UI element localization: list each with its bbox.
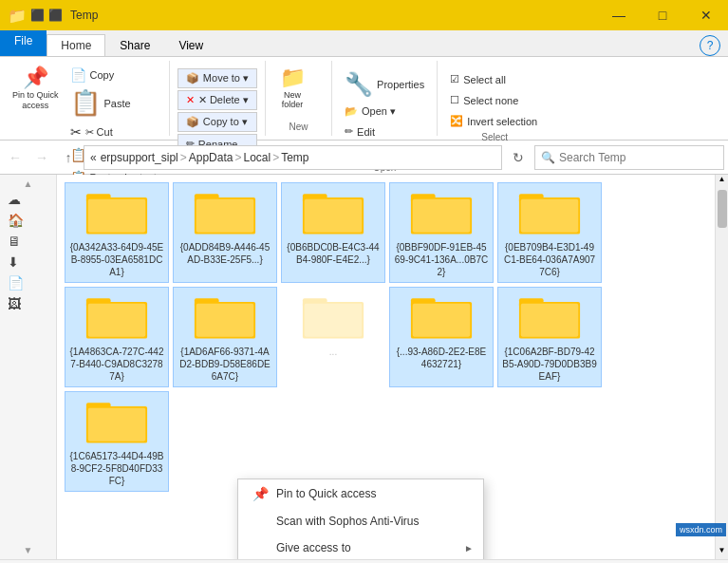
file-grid-container[interactable]: {0A342A33-64D9-45EB-8955-03EA6581DCA1} {… [57,175,715,559]
scroll-thumb[interactable] [718,190,727,228]
file-grid: {0A342A33-64D9-45EB-8955-03EA6581DCA1} {… [57,175,715,499]
search-box[interactable]: 🔍 [534,145,724,170]
maximize-button[interactable]: □ [641,0,684,30]
list-item[interactable]: {0B6BDC0B-E4C3-44B4-980F-E4E2...} [281,182,385,283]
ctx-scan[interactable]: Scan with Sophos Anti-Virus [238,508,483,535]
move-to-icon: 📦 [186,72,199,84]
edit-icon: ✏ [345,125,353,138]
invert-selection-button[interactable]: 🔀 Invert selection [445,112,542,130]
list-item[interactable]: {1AD6AF66-9371-4AD2-BDB9-D58E86DE6A7C} [173,287,277,387]
scroll-down-button[interactable]: ▼ [716,546,729,559]
properties-button[interactable]: 🔧 Properties [340,68,429,101]
file-name: {0B6BDC0B-E4C3-44B4-980F-E4E2...} [286,241,381,266]
edit-button[interactable]: ✏ Edit [340,122,429,141]
list-item[interactable]: {...93-A86D-2E2-E8E4632721} [389,287,494,387]
sidebar-item-docs[interactable]: 📄 [0,272,56,293]
svg-rect-20 [196,304,254,337]
minimize-button[interactable]: — [597,0,641,30]
scroll-up[interactable]: ▲ [0,178,56,189]
svg-rect-5 [196,199,254,233]
downloads-icon: ⬇ [8,254,19,270]
list-item[interactable]: {0A342A33-64D9-45EB-8955-03EA6581DCA1} [65,182,169,283]
paste-button[interactable]: 📋 Paste [65,87,161,120]
ribbon-group-new: 📁 Newfolder New [266,61,332,136]
folder-svg [408,291,475,344]
pics-icon: 🖼 [8,296,21,311]
copy-button[interactable]: 📄 Copy [65,65,161,85]
close-button[interactable]: ✕ [684,0,728,30]
folder-svg [408,187,475,239]
list-item[interactable]: {1A4863CA-727C-4427-B440-C9AD8C32787A} [65,287,169,387]
list-item[interactable]: {1C6A5173-44D4-49B8-9CF2-5F8D40FD33FC} [65,391,169,492]
svg-rect-17 [88,304,146,337]
scroll-down[interactable]: ▼ [0,545,56,555]
sidebar-item-cloud[interactable]: ☁ [0,189,56,210]
file-name: {0ADD84B9-A446-45AD-B33E-25F5...} [177,241,272,266]
quick-access-icon2: ⬛ [48,9,63,22]
properties-icon: 🔧 [345,71,373,98]
svg-rect-23 [305,304,363,337]
file-name: {1A4863CA-727C-4427-B440-C9AD8C32787A} [69,346,164,383]
context-menu: 📌 Pin to Quick access Scan with Sophos A… [237,479,484,559]
sidebar-item-home[interactable]: 🏠 [0,210,56,231]
sidebar-item-desktop[interactable]: 🖥 [0,231,56,252]
copy-to-button[interactable]: 📦 Copy to ▾ [177,112,257,132]
ctx-give-arrow: ► [464,543,474,554]
search-input[interactable] [559,151,718,164]
list-item[interactable]: ... [281,287,385,387]
delete-icon: ✕ [186,94,195,106]
sidebar: ▲ ☁ 🏠 🖥 ⬇ 📄 🖼 ▼ [0,175,57,559]
list-item[interactable]: {1C06A2BF-BD79-42B5-A90D-79D0DB3B9EAF} [497,287,602,387]
pin-quick-access-button[interactable]: 📌 Pin to Quickaccess [8,65,64,114]
folder-svg [300,187,366,239]
tab-view[interactable]: View [164,34,217,56]
title-bar: 📁 ⬛ ⬛ Temp — □ ✕ [0,0,728,30]
list-item[interactable]: {0ADD84B9-A446-45AD-B33E-25F5...} [173,182,277,283]
folder-svg [192,187,258,239]
svg-rect-29 [521,304,579,337]
ctx-give-access[interactable]: Give access to ► [238,535,483,559]
sidebar-item-downloads[interactable]: ⬇ [0,252,56,272]
move-to-button[interactable]: 📦 Move to ▾ [177,68,257,88]
crumb-appdata[interactable]: AppData [189,151,233,164]
file-name: {...93-A86D-2E2-E8E4632721} [394,346,489,370]
up-button[interactable]: ↑ [57,146,80,169]
help-icon[interactable]: ? [700,35,720,56]
cut-button[interactable]: ✂ ✂ Cut [65,122,161,142]
scroll-up-button[interactable]: ▲ [716,175,729,188]
sidebar-item-pics[interactable]: 🖼 [0,293,56,314]
folder-svg [84,396,150,448]
copy-to-icon: 📦 [186,116,199,128]
crumb-erpsupport[interactable]: erpsupport_sipl [101,151,178,164]
pin-icon: 📌 [23,67,48,88]
main-area: ▲ ☁ 🏠 🖥 ⬇ 📄 🖼 ▼ [0,175,728,559]
new-label: New [289,120,308,132]
crumb-1: « [90,151,97,164]
search-icon: 🔍 [541,151,555,164]
ctx-pin[interactable]: 📌 Pin to Quick access [238,479,483,508]
file-name: {0EB709B4-E3D1-49C1-BE64-036A7A9077C6} [502,241,597,278]
tab-home[interactable]: Home [47,34,105,56]
svg-rect-26 [413,304,471,337]
delete-button[interactable]: ✕ ✕ Delete ▾ [177,90,257,110]
open-button[interactable]: 📂 Open ▾ [340,103,429,121]
svg-rect-32 [88,408,146,441]
list-item[interactable]: {0BBF90DF-91EB-4569-9C41-136A...0B7C2} [389,182,494,283]
file-name: {1C6A5173-44D4-49B8-9CF2-5F8D40FD33FC} [69,450,164,487]
select-all-button[interactable]: ☑ Select all [445,70,542,88]
ribbon-tabs: File Home Share View ? [0,30,728,57]
folder-svg [84,187,150,239]
crumb-local[interactable]: Local [243,151,271,164]
tab-share[interactable]: Share [105,34,164,56]
crumb-temp[interactable]: Temp [281,151,308,164]
select-none-button[interactable]: ☐ Select none [445,91,542,109]
tab-file[interactable]: File [0,29,47,56]
list-item[interactable]: {0EB709B4-E3D1-49C1-BE64-036A7A9077C6} [497,182,602,283]
address-path[interactable]: « erpsupport_sipl > AppData > Local > Te… [84,145,502,170]
new-folder-button[interactable]: 📁 Newfolder [273,65,311,112]
vertical-scrollbar[interactable]: ▲ ▼ [715,175,728,559]
back-button[interactable]: ← [4,146,27,169]
refresh-button[interactable]: ↻ [506,145,531,170]
file-name: {0BBF90DF-91EB-4569-9C41-136A...0B7C2} [394,241,489,278]
forward-button[interactable]: → [30,146,53,169]
